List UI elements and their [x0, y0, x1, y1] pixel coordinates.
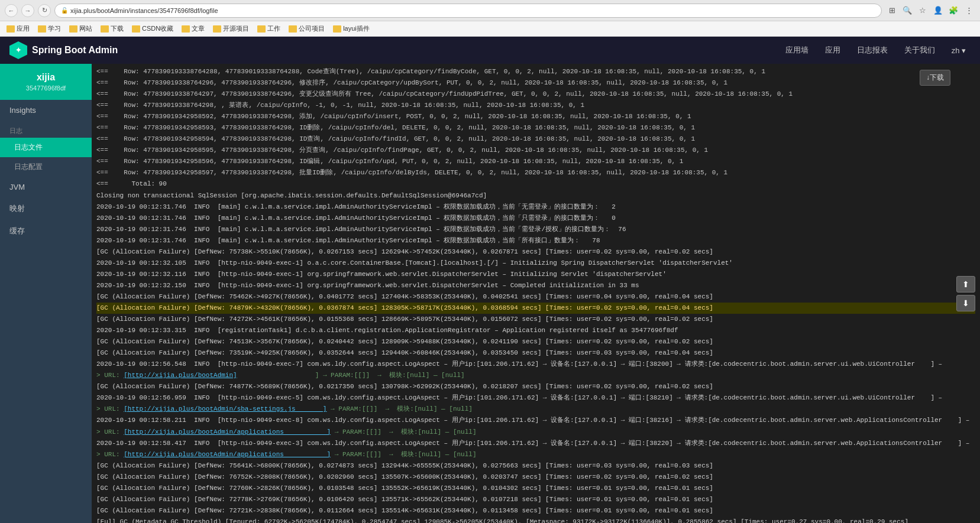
bookmark-website[interactable]: 网站 [67, 24, 94, 34]
sidebar-item-insights[interactable]: Insights [0, 100, 92, 121]
folder-icon [257, 25, 266, 33]
log-line: [GC (Allocation Failure) [DefNew: 75462K… [96, 291, 975, 303]
log-line: <== Total: 90 [96, 178, 975, 190]
username: xijia [8, 72, 83, 83]
search-btn[interactable]: 🔍 [901, 4, 914, 17]
log-line: <== Row: 47783901934295859​2, 4778390193… [96, 111, 975, 122]
log-link[interactable]: [http://xijia.plus/bootAdmin/application… [124, 451, 331, 458]
log-line: > URL: [http://xijia.plus/bootAdmin/appl… [96, 427, 975, 438]
sidebar-log-label: 日志 [0, 121, 92, 138]
bookmark-label: 学习 [48, 24, 61, 33]
logo-area: ✦ Spring Boot Admin [9, 41, 118, 59]
log-line: <== Row: 47783901933387642​88, 477839019… [96, 66, 975, 77]
extensions-btn[interactable]: ⊞ [885, 4, 898, 17]
refresh-button[interactable]: ↻ [38, 4, 51, 17]
log-line: 2020-10-19 00:12:56.959 INFO [http-nio-9… [96, 392, 975, 404]
log-line: 2020-10-19 00:12:31.746 INFO [main] c.w.… [96, 213, 975, 224]
bookmark-csdn[interactable]: CSDN收藏 [130, 24, 175, 34]
top-nav: ✦ Spring Boot Admin 应用墙 应用 日志报表 关于我们 zh … [0, 37, 980, 64]
nav-appwall[interactable]: 应用墙 [781, 43, 813, 58]
log-line: > URL: [http://xijia.plus/bootAdmin/sba-… [96, 404, 975, 415]
sidebar: xijia 35477696f8df Insights 日志 日志文件 日志配置… [0, 64, 92, 523]
log-line: [Full GC (Metadata GC Threshold) [Tenure… [96, 516, 975, 523]
bookmark-label: CSDN收藏 [142, 24, 173, 33]
sidebar-item-logfile[interactable]: 日志文件 [0, 138, 92, 157]
bookmark-label: 网站 [79, 24, 92, 33]
download-button[interactable]: ↓下载 [920, 70, 950, 86]
log-line: [GC (Allocation Failure) [DefNew: 72778K… [96, 494, 975, 505]
bookmark-label: layui插件 [343, 24, 370, 33]
folder-icon [38, 25, 46, 33]
log-line: [GC (Allocation Failure) [DefNew: 73519K… [96, 347, 975, 359]
log-line: > URL: [http://xijia.plus/bootAdmin] ] →… [96, 370, 975, 381]
back-button[interactable]: ← [5, 4, 18, 17]
log-line: 2020-10-19 00:12:32.150 INFO [http-nio-9… [96, 280, 975, 291]
log-line: 2020-10-19 00:12:56.548 INFO [http-nio-9… [96, 359, 975, 370]
log-line: [GC (Allocation Failure) [DefNew: 72760K… [96, 483, 975, 494]
user-section: xijia 35477696f8df [0, 64, 92, 100]
bookmark-article[interactable]: 文章 [180, 24, 206, 34]
log-line: <== Row: 47783901933876429​8, , 菜谱表, /ca… [96, 100, 975, 111]
log-link[interactable]: [http://xijia.plus/bootAdmin/application… [124, 428, 331, 436]
bookmark-label: 公司项目 [299, 24, 325, 33]
log-link[interactable]: [http://xijia.plus/bootAdmin] [124, 372, 237, 379]
bookmark-layui[interactable]: layui插件 [331, 24, 371, 34]
bookmark-opensource[interactable]: 开源项目 [211, 24, 251, 34]
folder-icon [69, 25, 77, 33]
log-line: 2020-10-19 00:12:58.417 INFO [http-nio-9… [96, 438, 975, 449]
bookmark-btn[interactable]: ☆ [916, 4, 929, 17]
puzzle-btn[interactable]: 🧩 [947, 4, 960, 17]
sidebar-item-mapping[interactable]: 映射 [0, 197, 92, 220]
browser-chrome: ← → ↻ 🔓 xijia.plus/bootAdmin/instances/3… [0, 0, 980, 21]
brand-name: Spring Boot Admin [32, 45, 118, 56]
bookmarks-bar: 应用 学习 网站 下载 CSDN收藏 文章 开源项目 工作 公司项目 layui… [0, 21, 980, 37]
forward-button[interactable]: → [21, 4, 34, 17]
folder-icon [213, 25, 221, 33]
bookmark-apps[interactable]: 应用 [5, 24, 31, 34]
log-line: <== Row: 47783901934295859​3, 4778390193… [96, 122, 975, 134]
log-line: > URL: [http://xijia.plus/bootAdmin/appl… [96, 449, 975, 460]
lang-dropdown[interactable]: zh ▾ [947, 44, 971, 57]
sidebar-item-jvm[interactable]: JVM [0, 177, 92, 197]
scroll-top-button[interactable]: ⬆ [956, 276, 975, 293]
log-area: ↓下载 <== Row: 47783901933387642​88, 47783… [92, 64, 980, 523]
log-link[interactable]: [http://xijia.plus/bootAdmin/sba-setting… [124, 405, 326, 412]
bookmark-work[interactable]: 工作 [255, 24, 282, 34]
bookmark-label: 应用 [17, 24, 30, 33]
log-line: <== Row: 47783901934295859​7, 4778390193… [96, 167, 975, 178]
log-line: 2020-10-19 00:12:32.105 INFO [http-nio-9… [96, 258, 975, 269]
nav-logreport[interactable]: 日志报表 [852, 43, 892, 58]
nav-apps[interactable]: 应用 [820, 43, 845, 58]
log-line: [GC (Allocation Failure) [DefNew: 75738K… [96, 246, 975, 258]
bookmark-download[interactable]: 下载 [99, 24, 125, 34]
log-line: 2020-10-19 00:12:58.211 INFO [http-nio-9… [96, 415, 975, 426]
folder-icon [289, 25, 297, 33]
sidebar-item-cache[interactable]: 缓存 [0, 220, 92, 242]
bookmark-label: 工作 [267, 24, 280, 33]
folder-icon [101, 25, 109, 33]
folder-icon [182, 25, 190, 33]
address-bar[interactable]: 🔓 xijia.plus/bootAdmin/instances/3547769… [54, 4, 882, 18]
log-line: [GC (Allocation Failure) [DefNew: 76752K… [96, 472, 975, 483]
log-line: [GC (Allocation Failure) [DefNew: 74877K… [96, 381, 975, 392]
app: ✦ Spring Boot Admin 应用墙 应用 日志报表 关于我们 zh … [0, 37, 980, 523]
log-line: [GC (Allocation Failure) [DefNew: 74513K… [96, 336, 975, 347]
folder-icon [7, 25, 15, 33]
folder-icon [333, 25, 341, 33]
menu-btn[interactable]: ⋮ [962, 4, 975, 17]
nav-about[interactable]: 关于我们 [900, 43, 940, 58]
log-line: <== Row: 47783901933876429​6, 4778390193… [96, 77, 975, 89]
scroll-bottom-button[interactable]: ⬇ [956, 295, 975, 311]
log-line: <== Row: 47783901934295859​6, 4778390193… [96, 156, 975, 167]
scroll-controls: ⬆ ⬇ [956, 276, 975, 311]
bookmark-label: 开源项目 [223, 24, 249, 33]
profile-btn[interactable]: 👤 [932, 4, 945, 17]
bookmark-label: 文章 [192, 24, 205, 33]
log-line: Closing non transactional SqlSession [or… [96, 190, 975, 202]
download-area: ↓下载 [920, 70, 950, 86]
bookmark-company[interactable]: 公司项目 [287, 24, 326, 34]
bookmark-study[interactable]: 学习 [36, 24, 63, 34]
log-content[interactable]: <== Row: 47783901933387642​88, 477839019… [92, 64, 980, 523]
user-id: 35477696f8df [8, 85, 83, 92]
sidebar-item-logconfig[interactable]: 日志配置 [0, 157, 92, 177]
